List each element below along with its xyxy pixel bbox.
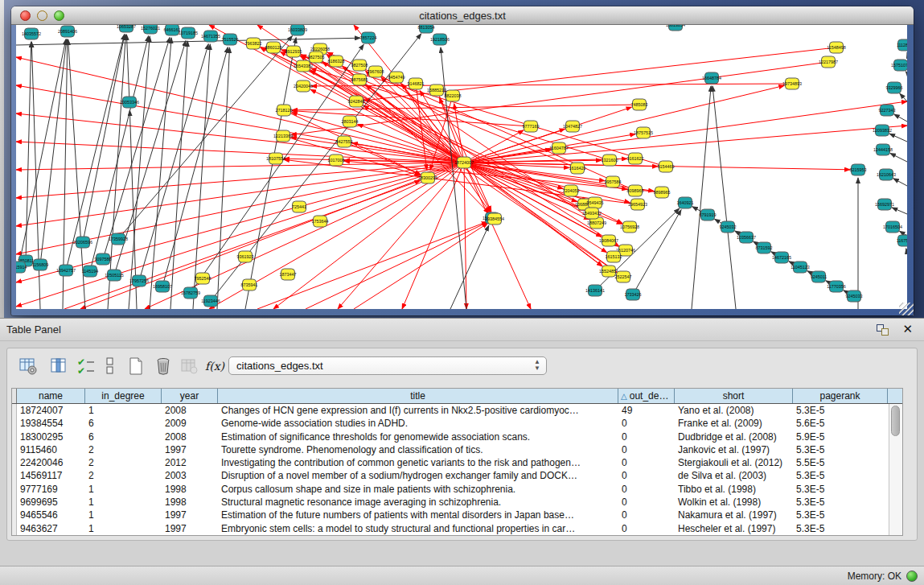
table-selector-combo[interactable]: citations_edges.txt ▲▼ [228,356,547,375]
node-label: 9777169 [523,124,540,129]
table-panel-titlebar: Table Panel ✕ [0,319,924,341]
select-rows-icon[interactable]: ✔✔ [75,355,97,377]
node-label: 16782759 [181,290,200,295]
table-row[interactable]: 1938455462009Genome-wide association stu… [12,417,889,430]
float-window-icon[interactable] [877,324,889,336]
node-label: 19654923 [628,202,647,207]
column-header-name[interactable]: name [17,389,85,403]
cell: Embryonic stem cells: a model to study s… [218,522,618,535]
close-panel-icon[interactable]: ✕ [902,322,913,336]
network-edge [150,38,171,309]
node-label: 9242848 [348,99,365,104]
table-row[interactable]: 1872400712008Changes of HCN gene express… [12,404,889,417]
node-label: 9898965 [654,190,671,195]
node-label: 14671355 [201,34,220,39]
minimize-button[interactable] [37,10,47,21]
delete-column-icon[interactable] [152,355,175,377]
zoom-button[interactable] [54,10,64,21]
cell: 1 [85,509,162,521]
table-row[interactable]: 946554611997Estimation of the future num… [12,509,889,521]
node-label: 16033809 [288,27,307,32]
column-header-short[interactable]: short [675,389,793,403]
cell: 9777169 [17,483,85,496]
cell: 5.6E-5 [793,417,888,430]
table-row[interactable]: 946362711997Embryonic stem cells: a mode… [12,522,889,535]
cell: Wolkin et al. (1998) [675,496,793,509]
node-label: 18724007 [454,160,474,165]
create-column-icon[interactable] [125,355,147,377]
column-header-in_degree[interactable]: in_degree [85,389,162,403]
network-edge [217,47,230,309]
cell: 1 [85,496,162,509]
node-label: 9361923 [237,254,254,259]
node-label: 10719185 [179,31,198,35]
column-header-title[interactable]: title [218,389,618,403]
node-label: 8427552 [336,139,353,144]
node-label: 17016504 [883,225,902,229]
window-titlebar[interactable]: citations_edges.txt [11,6,914,25]
network-view[interactable]: 1403557220891406106532871527602164661611… [16,25,907,309]
cell: 5.5E-5 [793,456,888,469]
network-edge [464,85,784,163]
column-header-pagerank[interactable]: pagerank [793,389,888,403]
column-header-out_de…[interactable]: △out_de… [618,389,675,403]
network-canvas[interactable]: 1403557220891406106532871527602164661611… [16,25,907,309]
table-row[interactable]: 977716911998Corpus callosum shape and si… [12,483,889,496]
cell: 6 [85,431,162,443]
network-edge [245,38,296,309]
node-label: 10653287 [117,25,136,29]
node-label: 23226058 [310,47,330,51]
cell: 1 [85,522,162,535]
table-mode-icon[interactable] [17,355,39,377]
node-label: 1615132 [606,254,622,259]
table-row[interactable]: 911546021997Tourette syndrome. Phenomeno… [12,443,889,456]
node-label: 13942757 [56,268,76,273]
node-label: 17359928 [109,237,128,241]
network-edge [354,223,488,309]
network-edge [450,225,489,309]
table-row[interactable]: 1830029562008Estimation of significance … [12,431,889,443]
scrollbar-thumb[interactable] [891,406,900,436]
node-label: 1156809 [32,262,49,267]
cell: 49 [618,404,675,417]
function-builder-icon[interactable]: f(x) [203,355,226,377]
show-columns-icon[interactable] [47,355,70,377]
network-edge [396,77,490,212]
node-label: 7485083 [631,102,648,107]
status-bar: Memory: OK [0,566,924,585]
cell: Structural magnetic resonance image aver… [218,496,618,509]
table-row[interactable]: 1456911722003Disruption of a novel membe… [12,469,889,482]
column-header-year[interactable]: year [162,389,218,403]
table-panel-title: Table Panel [6,323,61,336]
close-button[interactable] [20,10,31,21]
cell: 18300295 [17,431,85,443]
cell: 5.3E-5 [793,496,888,509]
cell: Disruption of a novel member of a sodium… [218,469,618,482]
table-row[interactable]: 969969511998Structural magnetic resonanc… [12,496,889,509]
network-edge [311,84,792,86]
node-label: 9549435 [587,200,604,205]
network-edge [306,222,487,309]
node-label: 9245032 [720,225,737,229]
table-row[interactable]: 2242004622012Investigating the contribut… [12,456,889,469]
node-label: 3915914 [16,265,27,270]
network-edge [892,208,907,214]
row-height-icon[interactable] [99,355,121,377]
node-label: 9227343 [879,108,896,113]
node-label: 1145194 [82,269,99,274]
cell: 9463627 [17,522,85,535]
node-label: 19218506 [430,37,450,42]
window-resize-grip[interactable] [899,303,914,315]
node-label: 9154469 [658,164,675,169]
cell: 9699695 [17,496,85,509]
node-label: 7963822 [245,41,262,46]
delete-table-icon[interactable] [178,355,200,377]
sort-indicator-icon: △ [621,392,627,401]
node-label: 11604787 [549,146,569,150]
cell: 2008 [162,404,218,417]
vertical-scrollbar[interactable] [889,404,902,535]
node-label: 18757515 [634,130,653,135]
node-label: 11770356 [827,284,846,289]
node-label: 8454749 [388,75,405,80]
node-label: 9827505 [308,55,325,60]
